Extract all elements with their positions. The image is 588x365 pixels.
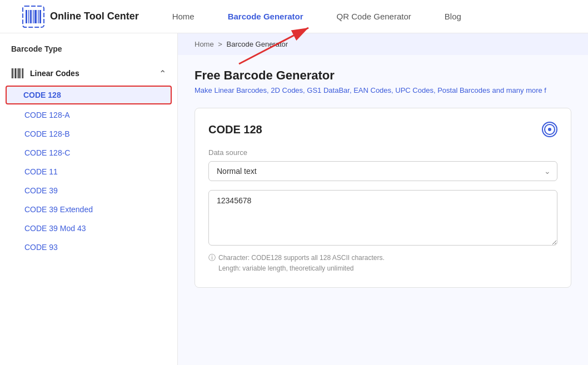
data-source-label: Data source [208,148,557,157]
page-title: Free Barcode Generator [195,68,571,83]
barcode-data-input[interactable]: 12345678 [208,190,557,246]
sidebar-item-code11[interactable]: CODE 11 [0,162,177,181]
sidebar-item-code39ext[interactable]: CODE 39 Extended [0,200,177,219]
nav-home[interactable]: Home [172,12,195,21]
target-icon[interactable] [542,122,557,137]
card-title: CODE 128 [208,123,262,136]
sidebar-item-code128a[interactable]: CODE 128-A [0,106,177,124]
logo-text: Online Tool Center [50,11,139,22]
sidebar-section-label: Linear Codes [30,69,79,78]
sidebar-item-code128b[interactable]: CODE 128-B [0,124,177,143]
svg-rect-5 [34,10,37,23]
info-icon: ⓘ [208,253,216,274]
chevron-up-icon: ⌃ [159,68,166,79]
sidebar-item-code39mod43[interactable]: CODE 39 Mod 43 [0,219,177,238]
svg-rect-4 [33,10,34,23]
page-subtitle: Make Linear Barcodes, 2D Codes, GS1 Data… [195,86,571,94]
breadcrumb-separator: > [218,40,222,48]
sidebar: Barcode Type Linear Codes [0,33,178,365]
svg-rect-15 [21,68,21,78]
breadcrumb: Home > Barcode Generator [178,33,588,55]
svg-rect-2 [28,10,29,23]
svg-rect-3 [30,10,32,23]
logo-icon [22,6,44,28]
breadcrumb-current: Barcode Generator [227,40,288,48]
hint-line1: Character: CODE128 supports all 128 ASCI… [218,253,385,263]
main-layout: Barcode Type Linear Codes [0,33,588,365]
sidebar-item-code93[interactable]: CODE 93 [0,238,177,257]
content-area: Free Barcode Generator Make Linear Barco… [178,55,588,301]
sidebar-item-code128[interactable]: CODE 128 [6,86,172,104]
card-header: CODE 128 [208,122,557,137]
logo-area: Online Tool Center [22,6,139,28]
svg-rect-10 [12,68,13,78]
main-nav: Home Barcode Generator QR Code Generator… [172,12,566,21]
hint-text: ⓘ Character: CODE128 supports all 128 AS… [208,253,557,274]
svg-rect-14 [18,68,20,78]
breadcrumb-home[interactable]: Home [195,40,214,48]
svg-rect-11 [14,68,14,78]
svg-rect-13 [17,68,18,78]
sidebar-section-linear-codes[interactable]: Linear Codes ⌃ [0,62,177,84]
hint-line2: Length: variable length, theoretically u… [218,263,385,274]
data-source-select-wrapper: Normal textHexadecimal ⌄ [208,161,557,181]
data-source-select[interactable]: Normal textHexadecimal [208,161,557,181]
svg-rect-7 [39,10,41,23]
svg-rect-6 [38,10,39,23]
barcode-small-icon [11,67,24,80]
nav-blog[interactable]: Blog [445,12,461,21]
barcode-card: CODE 128 Data source Normal textHexadeci… [195,108,571,288]
sidebar-item-code128c[interactable]: CODE 128-C [0,143,177,162]
svg-rect-1 [26,10,27,23]
sidebar-item-code39[interactable]: CODE 39 [0,181,177,200]
hint-lines: Character: CODE128 supports all 128 ASCI… [218,253,385,274]
main-content: Home > Barcode Generator Free Barcode Ge… [178,33,588,365]
svg-rect-12 [15,68,16,78]
sidebar-title: Barcode Type [0,44,177,62]
nav-barcode-generator[interactable]: Barcode Generator [228,12,303,21]
nav-qr-generator[interactable]: QR Code Generator [337,12,411,21]
header: Online Tool Center Home Barcode Generato… [0,0,588,33]
svg-rect-16 [22,68,23,78]
